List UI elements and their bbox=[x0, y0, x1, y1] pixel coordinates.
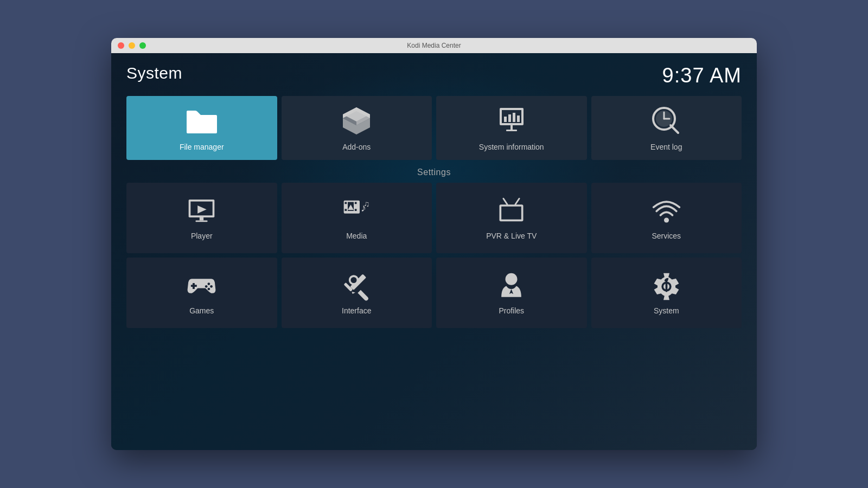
svg-rect-2 bbox=[504, 117, 507, 122]
svg-rect-28 bbox=[501, 206, 521, 219]
svg-rect-7 bbox=[506, 130, 517, 131]
tile-add-ons-label: Add-ons bbox=[342, 143, 371, 151]
pvr-icon bbox=[496, 196, 526, 226]
window-title: Kodi Media Center bbox=[407, 42, 461, 49]
tile-system-information-label: System information bbox=[479, 143, 544, 151]
content-area: System 9:37 AM File manager bbox=[111, 53, 757, 450]
system-information-icon bbox=[495, 105, 528, 137]
svg-line-30 bbox=[515, 198, 519, 204]
tile-file-manager-label: File manager bbox=[180, 143, 224, 151]
file-manager-icon bbox=[186, 105, 218, 137]
settings-tile-services-label: Services bbox=[652, 232, 681, 240]
tile-event-log[interactable]: Event log bbox=[591, 96, 742, 160]
page-title: System bbox=[126, 64, 182, 82]
settings-tile-player-label: Player bbox=[191, 232, 213, 240]
settings-tile-profiles[interactable]: Profiles bbox=[436, 258, 587, 328]
svg-point-31 bbox=[664, 217, 669, 222]
settings-section-label: Settings bbox=[126, 168, 742, 177]
close-button[interactable] bbox=[118, 42, 124, 49]
svg-rect-24 bbox=[355, 209, 357, 211]
settings-tile-profiles-label: Profiles bbox=[499, 306, 524, 315]
settings-tile-interface-label: Interface bbox=[342, 306, 371, 315]
settings-tile-games[interactable]: Games bbox=[126, 258, 277, 328]
svg-rect-22 bbox=[355, 202, 357, 204]
svg-point-36 bbox=[205, 285, 208, 287]
profiles-icon bbox=[496, 271, 526, 301]
svg-point-37 bbox=[208, 287, 210, 290]
svg-rect-5 bbox=[517, 115, 520, 122]
svg-rect-23 bbox=[344, 209, 347, 211]
settings-tile-services[interactable]: Services bbox=[591, 183, 742, 253]
settings-tile-media[interactable]: ♪ ♫ Media bbox=[282, 183, 432, 253]
svg-rect-20 bbox=[344, 202, 347, 204]
svg-text:♫: ♫ bbox=[363, 199, 369, 208]
tile-event-log-label: Event log bbox=[650, 143, 682, 151]
media-icon: ♪ ♫ bbox=[342, 196, 372, 226]
settings-tile-system-label: System bbox=[654, 306, 679, 315]
title-bar: Kodi Media Center bbox=[111, 38, 757, 53]
svg-rect-17 bbox=[200, 217, 203, 220]
svg-rect-46 bbox=[665, 281, 667, 292]
maximize-button[interactable] bbox=[139, 42, 146, 49]
svg-rect-4 bbox=[513, 113, 515, 122]
system-settings-icon bbox=[652, 271, 681, 301]
settings-tile-interface[interactable]: Interface bbox=[282, 258, 432, 328]
svg-line-12 bbox=[672, 127, 678, 133]
header: System 9:37 AM bbox=[126, 64, 742, 87]
settings-tile-games-label: Games bbox=[189, 306, 214, 315]
svg-line-29 bbox=[503, 198, 507, 204]
interface-icon bbox=[342, 271, 372, 301]
svg-point-35 bbox=[210, 285, 213, 287]
settings-tile-player[interactable]: Player bbox=[126, 183, 277, 253]
player-icon bbox=[187, 196, 216, 226]
add-ons-icon bbox=[340, 105, 373, 137]
svg-point-34 bbox=[208, 282, 210, 285]
settings-tile-media-label: Media bbox=[346, 232, 367, 240]
svg-marker-39 bbox=[351, 290, 355, 294]
services-icon bbox=[652, 196, 681, 226]
svg-rect-18 bbox=[196, 220, 208, 222]
minimize-button[interactable] bbox=[129, 42, 135, 49]
window-buttons bbox=[118, 42, 146, 49]
mac-window: Kodi Media Center System 9:37 AM File ma… bbox=[111, 38, 757, 450]
tile-system-information[interactable]: System information bbox=[436, 96, 587, 160]
svg-point-41 bbox=[350, 277, 356, 283]
games-icon bbox=[187, 271, 216, 301]
top-tiles-row: File manager Add-ons bbox=[126, 96, 742, 160]
clock-display: 9:37 AM bbox=[662, 64, 742, 87]
svg-point-13 bbox=[669, 124, 672, 126]
settings-tile-pvr-label: PVR & Live TV bbox=[486, 232, 537, 240]
svg-rect-6 bbox=[510, 125, 513, 130]
tile-file-manager[interactable]: File manager bbox=[126, 96, 277, 160]
svg-point-43 bbox=[506, 273, 518, 285]
settings-tile-system[interactable]: System bbox=[591, 258, 742, 328]
svg-rect-3 bbox=[508, 114, 511, 122]
svg-rect-33 bbox=[191, 285, 197, 287]
event-log-icon bbox=[650, 105, 682, 137]
settings-grid: Player ♪ bbox=[126, 183, 742, 328]
tile-add-ons[interactable]: Add-ons bbox=[282, 96, 432, 160]
settings-tile-pvr[interactable]: PVR & Live TV bbox=[436, 183, 587, 253]
